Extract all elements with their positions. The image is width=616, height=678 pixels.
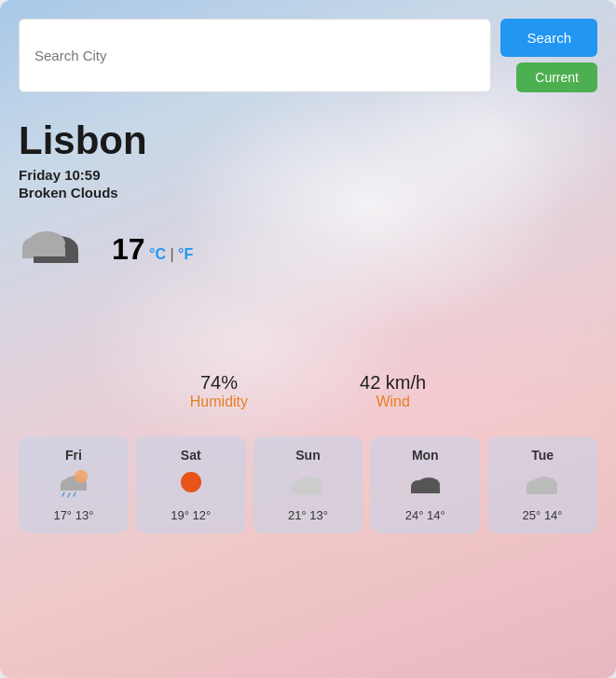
search-button[interactable]: Search	[500, 19, 597, 57]
humidity-value: 74%	[190, 372, 248, 394]
temperature-display: 17 °C | °F	[112, 232, 193, 267]
svg-rect-21	[411, 487, 440, 493]
forecast-icon-fri	[57, 468, 90, 503]
fahrenheit-unit[interactable]: °F	[178, 246, 193, 262]
temperature-row: 17 °C | °F	[19, 219, 597, 279]
humidity-block: 74% Humidity	[190, 372, 248, 410]
forecast-temps-sat: 19° 12°	[171, 508, 211, 522]
datetime: Friday 10:59	[19, 167, 597, 183]
forecast-card-sat: Sat 19° 12°	[136, 436, 246, 533]
top-buttons: Search Current	[500, 19, 597, 92]
wind-block: 42 km/h Wind	[360, 372, 426, 410]
search-input[interactable]	[19, 19, 491, 92]
forecast-temps-sun: 21° 13°	[288, 508, 328, 522]
svg-line-13	[68, 493, 70, 497]
forecast-icon-sun	[291, 468, 324, 503]
forecast-card-fri: Fri 17° 13°	[19, 436, 129, 533]
svg-rect-18	[292, 487, 322, 494]
forecast-row: Fri 17° 13°	[19, 436, 597, 533]
svg-line-14	[74, 492, 75, 496]
search-row: Search Current	[19, 19, 597, 92]
svg-line-12	[62, 492, 64, 496]
forecast-temps-fri: 17° 13°	[53, 508, 93, 522]
temperature-value: 17	[112, 232, 145, 266]
forecast-day-tue: Tue	[531, 448, 554, 463]
city-name: Lisbon	[19, 118, 597, 163]
svg-point-11	[75, 470, 88, 483]
wind-label: Wind	[360, 394, 426, 410]
celsius-unit[interactable]: °C	[149, 246, 166, 262]
forecast-card-tue: Tue 25° 14°	[487, 436, 597, 533]
forecast-icon-tue	[526, 468, 559, 503]
stats-row: 74% Humidity 42 km/h Wind	[19, 372, 597, 410]
forecast-card-mon: Mon 24° 14°	[370, 436, 480, 533]
app-container: Search Current Lisbon Friday 10:59 Broke…	[0, 0, 616, 678]
forecast-icon-mon	[408, 468, 442, 503]
wind-value: 42 km/h	[360, 372, 426, 394]
svg-rect-24	[527, 487, 557, 494]
forecast-day-mon: Mon	[412, 448, 439, 463]
forecast-day-fri: Fri	[65, 448, 82, 463]
forecast-icon-sat	[174, 468, 208, 503]
svg-rect-10	[61, 485, 87, 491]
svg-point-15	[181, 472, 201, 492]
forecast-temps-mon: 24° 14°	[405, 508, 445, 522]
forecast-card-sun: Sun 21° 13°	[253, 436, 363, 533]
current-location-button[interactable]: Current	[516, 62, 597, 92]
forecast-day-sat: Sat	[181, 448, 201, 463]
humidity-label: Humidity	[190, 394, 248, 410]
current-weather-icon	[19, 219, 84, 279]
forecast-day-sun: Sun	[295, 448, 320, 463]
unit-separator: |	[170, 246, 173, 262]
svg-rect-7	[34, 256, 78, 260]
forecast-temps-tue: 25° 14°	[523, 508, 563, 522]
weather-condition: Broken Clouds	[19, 185, 597, 201]
